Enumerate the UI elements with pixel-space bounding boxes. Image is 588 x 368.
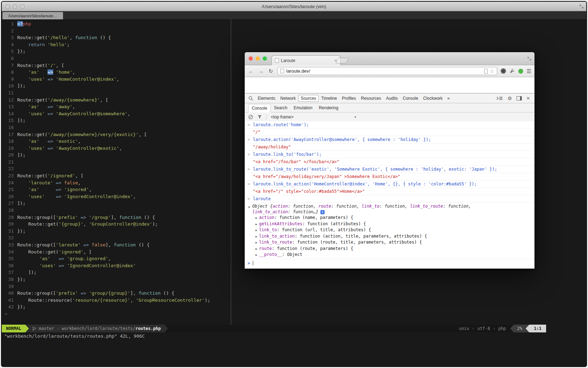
inspect-search-icon[interactable]	[248, 96, 253, 101]
wrench-icon[interactable]	[509, 68, 515, 74]
console-output[interactable]: >laroute.route('home');"/">laroute.actio…	[245, 121, 534, 269]
code-line: 39	[2, 283, 231, 290]
devtools-tab-audits[interactable]: Audits	[383, 95, 400, 102]
object-property: ▶action: function (name, parameters) {	[252, 215, 532, 221]
text-caret	[253, 261, 253, 265]
devtools-tab-sources[interactable]: Sources	[298, 95, 319, 102]
address-bar[interactable]: laroute.dev/ ☆	[277, 67, 497, 75]
terminal-tab[interactable]: /Users/aaron/Sites/laroute…	[2, 12, 63, 19]
forward-button[interactable]: →	[258, 68, 264, 74]
frame-context-select[interactable]: <top frame> ▼	[271, 115, 357, 119]
devtools-close-icon[interactable]: ✕	[526, 96, 530, 101]
line-number: 35	[2, 255, 17, 262]
devtools-tab-network[interactable]: Network	[278, 95, 298, 102]
drawer-tab-search[interactable]: Search	[271, 104, 290, 112]
collapsed-triangle-icon[interactable]: ▶	[255, 222, 257, 226]
code-line: 41 Route::resource('resource/{resource}'…	[2, 297, 231, 304]
drawer-tab-rendering[interactable]: Rendering	[315, 104, 341, 112]
collapsed-triangle-icon[interactable]: ▶	[255, 247, 257, 251]
code-line: 25 'as' => 'ignored',	[2, 186, 231, 193]
browser-zoom-button[interactable]	[263, 56, 267, 61]
vim-statusline: NORMAL master › workbench/lord/laroute/t…	[2, 325, 546, 332]
devtools-panel: ElementsNetworkSourcesTimelineProfilesRe…	[245, 93, 534, 269]
show-drawer-icon[interactable]	[496, 96, 503, 100]
console-result: "/"	[245, 129, 534, 136]
reload-button[interactable]: ↻	[268, 68, 274, 74]
terminal-resize-icon[interactable]	[580, 5, 583, 8]
line-number: 3	[2, 34, 17, 41]
line-number: 12	[2, 97, 17, 104]
browser-close-button[interactable]	[249, 56, 253, 61]
code-line: 35 'as' => 'group.ignored',	[2, 255, 231, 262]
path-separator-chevron: ›	[57, 326, 59, 331]
line-number: 4	[2, 41, 17, 48]
collapsed-triangle-icon[interactable]: ▶	[255, 253, 257, 257]
code-line: 16	[2, 124, 231, 131]
new-tab-button[interactable]	[336, 58, 349, 63]
code-line: 34 Route::get('ignored', [	[2, 249, 231, 256]
code-line: 3Route::get('/hello', function () {	[2, 34, 231, 41]
mobile-preview-icon[interactable]	[484, 69, 488, 74]
code-line: 42});	[2, 303, 231, 311]
url-text[interactable]: laroute.dev/	[286, 68, 482, 74]
filter-icon[interactable]	[257, 115, 262, 119]
chrome-menu-icon[interactable]: ☰	[527, 68, 531, 74]
drawer-tab-emulation[interactable]: Emulation	[290, 104, 315, 112]
code-line: 40Route::group(['prefix' => 'group/{grou…	[2, 290, 231, 297]
green-extension-icon[interactable]	[518, 69, 523, 74]
console-command: >laroute.link_to_route('exotic', 'Somewh…	[245, 166, 534, 173]
devtools-tab-clockwork[interactable]: Clockwork	[421, 95, 445, 102]
line-number: 40	[2, 290, 17, 297]
devtools-tabbar: ElementsNetworkSourcesTimelineProfilesRe…	[245, 93, 534, 103]
vim-mode-indicator: NORMAL	[2, 325, 25, 332]
browser-minimize-button[interactable]	[256, 56, 260, 61]
vim-command-line: "workbench/lord/laroute/tests/routes.php…	[2, 332, 145, 339]
console-prompt[interactable]: >	[245, 259, 534, 267]
code-area[interactable]: 1<?php2 3Route::get('/hello', function (…	[2, 19, 231, 325]
collapsed-triangle-icon[interactable]: ▶	[255, 235, 257, 238]
collapsed-triangle-icon[interactable]: ▶	[255, 241, 257, 244]
console-command: >laroute.link_to_action('HomeController@…	[245, 180, 534, 188]
dock-side-icon[interactable]	[517, 96, 522, 100]
collapsed-triangle-icon[interactable]: ▶	[255, 216, 257, 220]
browser-tab[interactable]: Laroute ×	[271, 55, 340, 65]
tabs-overflow-chevron[interactable]: »	[445, 96, 452, 101]
info-icon[interactable]: i	[320, 210, 325, 214]
gear-icon[interactable]: ⚙	[507, 96, 512, 101]
line-number: 6	[2, 55, 17, 62]
line-number: 36	[2, 262, 17, 269]
devtools-tab-resources[interactable]: Resources	[358, 95, 383, 102]
code-line: 2	[2, 27, 231, 35]
powerline-separator	[25, 325, 29, 332]
line-number: 16	[2, 124, 17, 131]
empty-buffer-line: ~	[2, 311, 231, 318]
page-content[interactable]	[245, 77, 534, 93]
console-command: >laroute.action('AwayController@somewher…	[245, 136, 534, 143]
terminal-close-button[interactable]	[5, 4, 10, 9]
terminal-window-controls	[5, 4, 25, 9]
line-number: 31	[2, 228, 17, 235]
bookmark-star-icon[interactable]: ☆	[490, 68, 494, 74]
collapsed-triangle-icon[interactable]: ▶	[255, 228, 257, 232]
expanded-triangle-icon[interactable]: ▼	[248, 204, 250, 210]
clockwork-extension-icon[interactable]	[501, 68, 506, 74]
terminal-zoom-button[interactable]	[20, 4, 25, 9]
devtools-tab-console[interactable]: Console	[400, 95, 421, 102]
code-line: 28	[2, 207, 231, 214]
console-result: "<a href="/" style="color:#bada55">Home<…	[245, 188, 534, 195]
terminal-titlebar[interactable]: /Users/aaron/Sites/laroute (vim)	[2, 2, 586, 11]
clear-console-icon[interactable]	[248, 115, 253, 119]
line-number: 39	[2, 283, 17, 290]
code-line: 13 'as' => 'away',	[2, 103, 231, 110]
browser-resize-icon[interactable]	[527, 57, 531, 61]
back-button[interactable]: ←	[248, 68, 254, 74]
drawer-tab-console[interactable]: Console	[248, 104, 271, 112]
line-number: 42	[2, 303, 17, 311]
browser-tabstrip[interactable]: Laroute ×	[245, 52, 534, 65]
devtools-tab-profiles[interactable]: Profiles	[339, 95, 358, 102]
page-icon	[280, 69, 284, 73]
devtools-tab-timeline[interactable]: Timeline	[319, 95, 339, 102]
code-line: 20]);	[2, 152, 231, 159]
terminal-minimize-button[interactable]	[13, 4, 17, 9]
devtools-tab-elements[interactable]: Elements	[255, 95, 278, 102]
